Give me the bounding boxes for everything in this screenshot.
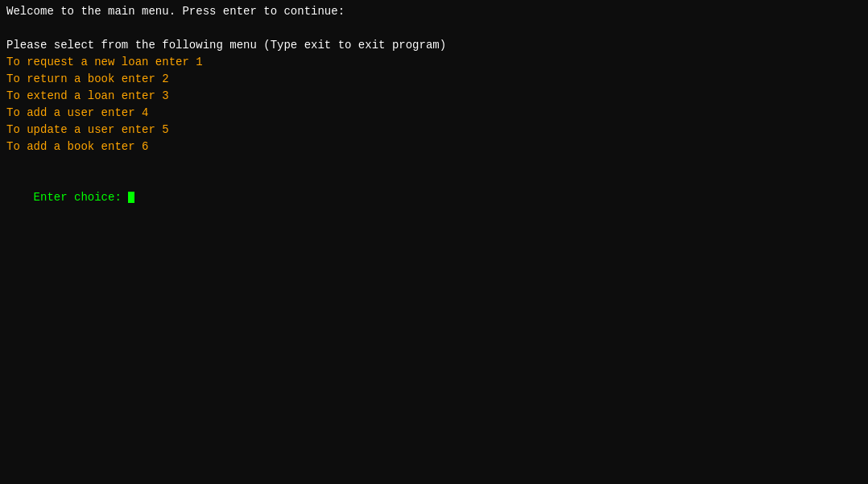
menu-item-2: To return a book enter 2	[6, 71, 862, 88]
menu-item-6: To add a book enter 6	[6, 139, 862, 155]
menu-item-4: To add a user enter 4	[6, 105, 862, 122]
menu-item-3: To extend a loan enter 3	[6, 88, 862, 105]
menu-item-5: To update a user enter 5	[6, 122, 862, 139]
blank-line-2	[6, 155, 862, 172]
terminal-window: Welcome to the main menu. Press enter to…	[0, 0, 868, 484]
prompt-text: Enter choice:	[34, 191, 129, 204]
welcome-line: Welcome to the main menu. Press enter to…	[6, 3, 862, 20]
menu-item-1: To request a new loan enter 1	[6, 54, 862, 71]
blank-line-1	[6, 20, 862, 37]
cursor-blink	[128, 192, 134, 203]
menu-header: Please select from the following menu (T…	[6, 37, 862, 54]
prompt-line: Enter choice:	[6, 172, 862, 223]
